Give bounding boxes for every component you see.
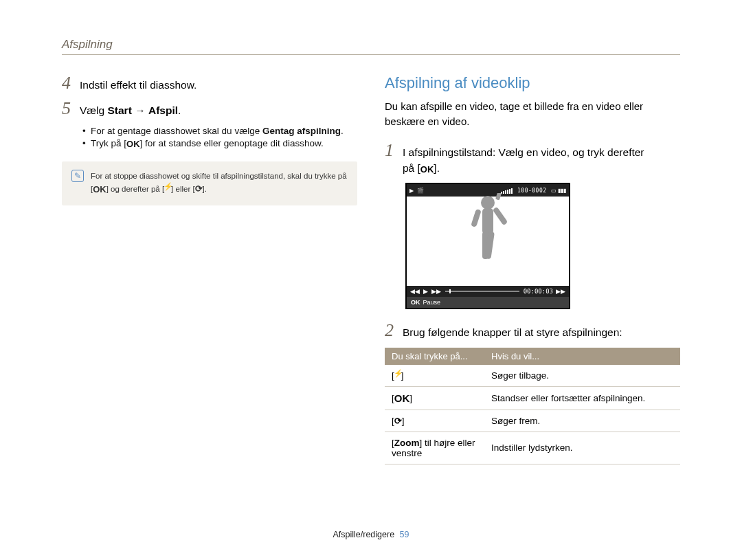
ok-icon: OK: [93, 183, 106, 197]
key-cell: [Zoom] til højre eller venstre: [385, 432, 484, 464]
bullet-row: • For at gentage diasshowet skal du vælg…: [82, 126, 357, 136]
svg-rect-2: [493, 206, 508, 225]
action-cell: Søger frem.: [484, 410, 680, 432]
table-row: [OK] Standser eller fortsætter afspilnin…: [385, 386, 680, 410]
key-cell: []: [385, 365, 484, 387]
th-press: Du skal trykke på...: [385, 348, 484, 365]
text: ] og derefter på [: [106, 185, 164, 193]
page-footer: Afspille/redigere 59: [0, 530, 742, 539]
flash-icon: [164, 185, 171, 193]
step-text: Brug følgende knapper til at styre afspi…: [403, 324, 622, 340]
action-cell: Søger tilbage.: [484, 365, 680, 387]
text: ]: [409, 393, 412, 403]
flash-icon: [394, 370, 401, 381]
top-left-icons: ▶ 🎬: [409, 188, 426, 194]
text: For at stoppe diasshowet og skifte til a…: [91, 172, 347, 180]
step-number: 1: [385, 142, 403, 159]
text: på [: [403, 162, 420, 174]
step-4: 4 Indstil effekt til diasshow.: [62, 74, 357, 93]
section-header: Afspilning: [62, 38, 680, 55]
subsection-title: Afspilning af videoklip: [385, 74, 680, 92]
step-number: 5: [62, 100, 80, 117]
svg-point-0: [481, 196, 495, 210]
fast-icon: ▶▶: [556, 288, 565, 295]
bullet-row: • Tryk på [OK] for at standse eller geno…: [82, 138, 357, 149]
text: ]: [402, 416, 405, 426]
content-columns: 4 Indstil effekt til diasshow. 5 Vælg St…: [62, 74, 680, 464]
bold-text: Gentag afspilning: [262, 126, 341, 136]
note-text: For at stoppe diasshowet og skifte til a…: [91, 170, 347, 197]
video-icon: 🎬: [417, 188, 424, 194]
bullet-text: Tryk på [OK] for at standse eller genopt…: [91, 138, 324, 149]
note-callout: ✎ For at stoppe diasshowet og skifte til…: [62, 161, 357, 205]
text: ] eller [: [171, 185, 195, 193]
pause-label: Pause: [423, 299, 441, 306]
sub-bullets: • For at gentage diasshowet skal du vælg…: [82, 126, 357, 149]
bullet-text: For at gentage diasshowet skal du vælge …: [91, 126, 344, 136]
screenshot-bottombar: OK Pause: [407, 297, 569, 308]
timecode: 00:00:03: [524, 288, 553, 295]
action-cell: Indstiller lydstyrken.: [484, 432, 680, 464]
ok-icon: OK: [394, 392, 410, 404]
note-icon: ✎: [71, 170, 84, 182]
ok-icon: OK: [420, 163, 434, 177]
bold-text: Start: [108, 104, 132, 116]
th-if: Hvis du vil...: [484, 348, 680, 365]
text: ] for at standse eller genoptage dit dia…: [140, 138, 324, 148]
svg-rect-6: [495, 193, 502, 201]
text: Vælg: [80, 104, 108, 116]
table-row: [] Søger frem.: [385, 410, 680, 432]
page-number: 59: [400, 530, 409, 539]
action-cell: Standser eller fortsætter afspilningen.: [484, 386, 680, 410]
step-text: Indstil effekt til diasshow.: [80, 77, 196, 93]
text: I afspilningstilstand: Vælg en video, og…: [403, 146, 644, 158]
step-number: 2: [385, 322, 403, 339]
svg-rect-1: [482, 208, 493, 234]
svg-rect-3: [471, 208, 482, 227]
timer-icon: [394, 416, 402, 426]
controls-table: Du skal trykke på... Hvis du vil... [] S…: [385, 348, 680, 464]
track-bar: [445, 291, 519, 292]
bullet-dot: •: [82, 126, 87, 136]
key-cell: []: [385, 410, 484, 432]
video-screenshot: ▶ 🎬 100-0002 ▭ ▮▮▮: [405, 183, 570, 309]
play-mode-icon: ▶: [409, 188, 414, 194]
card-icon: ▭: [551, 188, 556, 194]
table-row: [] Søger tilbage.: [385, 365, 680, 387]
step-1: 1 I afspilningstilstand: Vælg en video, …: [385, 142, 680, 177]
text: .: [341, 126, 344, 136]
bold-text: Zoom: [394, 438, 420, 448]
bullet-dot: •: [82, 138, 87, 148]
person-silhouette: [464, 193, 512, 269]
text: ].: [434, 162, 440, 174]
table-row: [Zoom] til højre eller venstre Indstille…: [385, 432, 680, 464]
text: Tryk på [: [91, 138, 126, 148]
step-text: Vælg Start → Afspil.: [80, 102, 181, 118]
footer-label: Afspille/redigere: [333, 530, 394, 539]
step-number: 4: [62, 74, 80, 92]
bold-text: Afspil: [148, 104, 178, 116]
intro-text: Du kan afspille en video, tage et billed…: [385, 99, 680, 129]
text: .: [178, 104, 181, 116]
right-column: Afspilning af videoklip Du kan afspille …: [385, 74, 680, 464]
key-cell: [OK]: [385, 386, 484, 410]
text: ].: [203, 185, 207, 193]
screenshot-trackbar: ◀◀ ▶ ▶▶ 00:00:03 ▶▶: [407, 286, 569, 297]
left-column: 4 Indstil effekt til diasshow. 5 Vælg St…: [62, 74, 357, 464]
screenshot-canvas: [407, 197, 569, 286]
timer-icon: [195, 185, 203, 193]
track-controls: ◀◀ ▶ ▶▶: [410, 288, 441, 295]
step-2: 2 Brug følgende knapper til at styre afs…: [385, 322, 680, 340]
step-5: 5 Vælg Start → Afspil.: [62, 100, 357, 118]
text: For at gentage diasshowet skal du vælge: [91, 126, 262, 136]
arrow: →: [132, 104, 148, 116]
step-text: I afspilningstilstand: Vælg en video, og…: [403, 144, 644, 177]
ok-icon: OK: [126, 139, 140, 149]
ok-icon: OK: [411, 299, 420, 306]
file-counter: 100-0002: [517, 188, 547, 194]
section-title-text: Afspilning: [62, 38, 113, 51]
battery-icon: ▮▮▮: [558, 188, 566, 194]
